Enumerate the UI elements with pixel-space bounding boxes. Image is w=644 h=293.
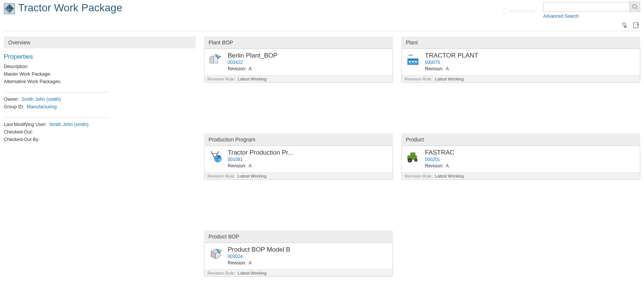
plant-bop-panel: Plant BOP Berlin Plant_BOP 003422 <box>204 36 393 127</box>
svg-rect-22 <box>409 61 411 62</box>
production-program-rev: A <box>248 163 251 169</box>
plant-bop-id[interactable]: 003422 <box>228 59 389 66</box>
page-title: Tractor Work Package <box>18 2 122 14</box>
pin-icon[interactable] <box>620 21 628 29</box>
product-rev-label: Revision: <box>425 163 443 169</box>
plant-rule: Latest Working <box>435 77 464 81</box>
product-bop-rule: Latest Working <box>238 271 267 275</box>
production-program-rev-label: Revision: <box>228 163 246 169</box>
plant-bop-card[interactable]: Berlin Plant_BOP 003422 Revision: A Revi… <box>204 49 393 83</box>
plant-header: Plant <box>401 36 640 49</box>
plant-bop-header: Plant BOP <box>204 36 393 49</box>
plant-card[interactable]: TRACTOR PLANT 000075 Revision: A Revisio… <box>401 49 640 83</box>
prop-separator-2 <box>4 117 109 118</box>
plant-id[interactable]: 000075 <box>425 59 636 66</box>
action-icons <box>620 21 640 29</box>
product-rev: A <box>446 163 449 169</box>
svg-point-5 <box>633 5 636 8</box>
product-bop-icon <box>208 246 223 261</box>
svg-rect-24 <box>415 61 417 62</box>
plant-rev-label: Revision: <box>425 66 443 71</box>
master-wp-label: Master Work Package: <box>4 71 51 77</box>
owner-label: Owner: <box>4 97 19 102</box>
plant-bop-rev-label: Revision: <box>228 66 246 71</box>
header-left: Tractor Work Package <box>4 2 122 14</box>
product-rule-label: Revision Rule: <box>405 174 432 178</box>
plant-icon <box>405 52 420 67</box>
svg-line-6 <box>636 8 637 9</box>
header-right: Advanced Search <box>543 2 640 29</box>
product-bop-rev: A <box>248 260 251 266</box>
checked-out-by-label: Checked-Out By: <box>4 137 40 142</box>
production-program-title: Tractor Production Pr... <box>228 149 389 156</box>
mid-column: Plant BOP Berlin Plant_BOP 003422 <box>204 36 393 277</box>
plant-bop-icon <box>208 52 223 67</box>
last-mod-label: Last Modifying User: <box>4 122 47 127</box>
product-rule: Latest Working <box>435 174 464 178</box>
properties-group-2: Owner: Smith John (smith) Group ID: Manu… <box>4 96 196 114</box>
production-program-panel: Production Program Tractor Production <box>204 134 393 224</box>
export-icon[interactable] <box>632 21 640 29</box>
product-title: FASTRAC <box>425 149 636 156</box>
product-bop-title: Product BOP Model B <box>228 246 389 254</box>
product-bop-rev-label: Revision: <box>228 260 246 266</box>
plant-bop-rev: A <box>248 66 251 71</box>
overview-header: Overview <box>4 36 196 49</box>
plant-panel: Plant TRACTOR PLANT <box>401 36 640 127</box>
plant-rev: A <box>446 66 449 71</box>
product-bop-id[interactable]: 003024 <box>228 254 389 260</box>
overview-panel: Overview Properties Description: Master … <box>4 36 196 277</box>
search-icon <box>632 4 638 10</box>
svg-point-30 <box>416 160 417 161</box>
product-icon <box>405 149 420 164</box>
product-panel: Product FASTRAC <box>401 134 640 224</box>
svg-rect-4 <box>502 9 507 14</box>
properties-title: Properties <box>4 53 196 61</box>
page-header: Tractor Work Package Participants Advanc… <box>0 0 644 29</box>
search-row <box>543 2 640 12</box>
production-program-icon <box>208 149 223 164</box>
product-header: Product <box>401 134 640 146</box>
svg-rect-23 <box>412 61 414 62</box>
production-program-header: Production Program <box>204 134 393 146</box>
search-button[interactable] <box>630 2 640 12</box>
right-column: Plant TRACTOR PLANT <box>401 36 640 277</box>
product-id[interactable]: 000201 <box>425 156 636 163</box>
properties-group-3: Last Modifying User: Smith John (smith) … <box>4 121 196 147</box>
production-program-card[interactable]: Tractor Production Pr... 001581 Revision… <box>204 146 393 180</box>
properties-group-1: Description: Master Work Package: Altern… <box>4 63 196 89</box>
plant-bop-title: Berlin Plant_BOP <box>228 52 389 59</box>
checked-out-label: Checked-Out: <box>4 129 33 135</box>
work-package-icon <box>4 3 15 14</box>
search-input[interactable] <box>543 2 630 12</box>
product-card[interactable]: FASTRAC 000201 Revision: A Revision Rule… <box>401 146 640 180</box>
production-program-rule: Latest Working <box>238 174 267 178</box>
prop-separator-1 <box>4 92 109 93</box>
ghost-text: Participants <box>509 8 535 14</box>
svg-point-29 <box>409 159 411 161</box>
advanced-search-link[interactable]: Advanced Search <box>543 14 579 19</box>
ghost-indicator: Participants <box>502 8 535 14</box>
plant-bop-rule: Latest Working <box>238 77 267 81</box>
svg-rect-21 <box>408 59 418 60</box>
alt-wp-label: Alternative Work Packages: <box>4 79 61 84</box>
product-bop-rule-label: Revision Rule: <box>207 271 235 275</box>
production-program-rule-label: Revision Rule: <box>207 174 235 178</box>
product-bop-panel: Product BOP Product BOP Model B <box>204 231 393 277</box>
product-bop-header: Product BOP <box>204 231 393 243</box>
last-mod-link[interactable]: Smith John (smith) <box>49 122 88 127</box>
content-area: Overview Properties Description: Master … <box>0 31 644 282</box>
production-program-id[interactable]: 001581 <box>228 156 389 163</box>
plant-title: TRACTOR PLANT <box>425 52 636 59</box>
group-link[interactable]: Manufacturing <box>27 104 56 109</box>
plant-rule-label: Revision Rule: <box>405 77 432 81</box>
group-label: Group ID: <box>4 104 24 109</box>
plant-bop-rule-label: Revision Rule: <box>207 77 235 81</box>
description-label: Description: <box>4 64 29 69</box>
owner-link[interactable]: Smith John (smith) <box>21 97 61 102</box>
svg-rect-10 <box>633 23 638 28</box>
product-bop-card[interactable]: Product BOP Model B 003024 Revision: A R… <box>204 243 393 277</box>
